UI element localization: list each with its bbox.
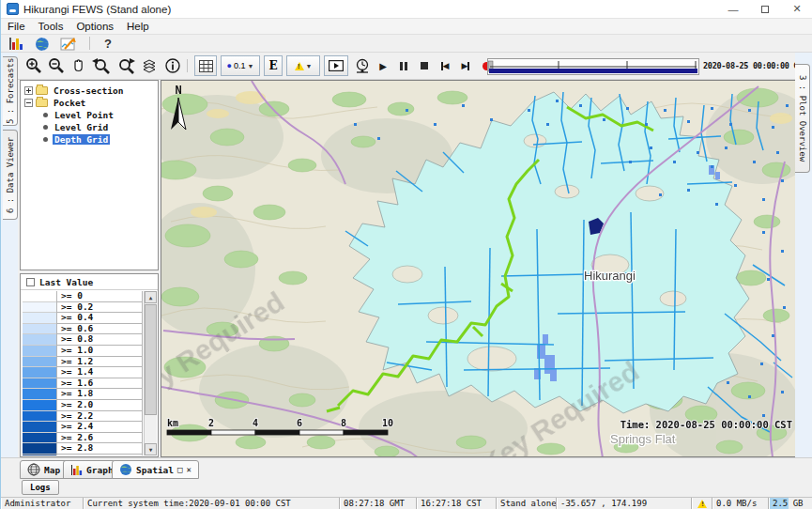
menu-help[interactable]: Help — [120, 20, 156, 33]
legend-color-swatch — [23, 389, 56, 400]
tab-maximize-icon[interactable]: □ — [177, 466, 182, 474]
current-time-label: 2020-08-25 00:00:00 CST — [703, 61, 807, 70]
legend-color-swatch — [23, 302, 56, 314]
legend-row[interactable]: >= 1.0 — [23, 346, 143, 357]
pan-hand-icon[interactable] — [69, 55, 89, 76]
tab-close-icon[interactable]: ✕ — [186, 466, 191, 474]
tab-map[interactable]: Map — [20, 460, 68, 479]
time-slider[interactable] — [487, 58, 699, 75]
chevron-down-icon: ▼ — [248, 63, 254, 69]
logs-button[interactable]: Logs — [22, 480, 59, 495]
menu-tools[interactable]: Tools — [32, 20, 70, 33]
status-memory-usage: 2.5 GB — [769, 498, 812, 509]
node-bullet-icon — [43, 113, 48, 117]
toolbar-separator — [89, 37, 90, 50]
svg-text:8: 8 — [341, 418, 346, 428]
right-tab-strip: 3 : Plot Overview — [795, 53, 812, 457]
grid-toggle-button[interactable] — [194, 55, 217, 76]
data-explorer-icon[interactable] — [7, 36, 25, 52]
selected-tree-label: Depth Grid — [53, 134, 110, 145]
map-time-label: Time: 2020-08-25 00:00:00 CST — [620, 419, 792, 430]
skip-to-start-button[interactable]: ◀ — [437, 57, 453, 74]
legend-color-swatch — [23, 291, 56, 302]
scroll-up-icon[interactable]: ▲ — [145, 291, 157, 303]
legend-row[interactable]: >= 1.4 — [23, 367, 143, 378]
legend-title: Last Value — [39, 277, 93, 287]
legend-row[interactable]: >= 3.0 — [23, 455, 143, 455]
wire-globe-icon — [27, 463, 40, 476]
legend-color-swatch — [23, 411, 56, 423]
scrollbar-thumb[interactable] — [145, 304, 157, 415]
pause-button[interactable] — [395, 57, 412, 74]
zoom-previous-icon[interactable] — [91, 55, 112, 76]
node-bullet-icon — [43, 137, 48, 142]
map-view[interactable]: API Key Required API Key Required Hikura… — [161, 80, 796, 457]
skip-to-end-button[interactable]: ▶ — [457, 57, 474, 74]
status-warning-indicator[interactable] — [692, 498, 712, 509]
globe-icon — [119, 463, 132, 476]
legend-row[interactable]: >= 2.4 — [23, 422, 143, 433]
spatial-display-icon[interactable] — [59, 36, 78, 52]
svg-text:4: 4 — [253, 418, 258, 428]
tree-item-level-point[interactable]: Level Point — [24, 109, 158, 120]
status-system-time: Current system time:2020-09-01 00:00 CST — [84, 498, 340, 509]
maximize-button[interactable] — [749, 0, 781, 18]
logs-row: Logs — [1, 479, 812, 497]
legend-rows: >= 0 >= 0.2 >= 0.4 >= 0.6 >= 0.8 >= 1.0 … — [23, 291, 143, 455]
legend-row[interactable]: >= 2.0 — [23, 400, 143, 411]
legend-scrollbar[interactable]: ▲ ▼ — [144, 291, 157, 455]
class-break-value: 0.1 — [234, 61, 246, 70]
help-icon[interactable]: ? — [99, 36, 117, 52]
warning-threshold-dropdown[interactable]: ▼ — [286, 55, 320, 76]
collapse-icon[interactable] — [24, 99, 33, 107]
scale-bar-segments — [167, 430, 388, 435]
fews-app-icon — [7, 3, 19, 15]
tree-item-pocket[interactable]: Pocket — [24, 97, 158, 108]
legend-color-swatch — [23, 422, 56, 433]
title-bar: Hikurangi FEWS (Stand alone) — ✕ — [1, 0, 812, 19]
tab-plot-overview[interactable]: 3 : Plot Overview — [795, 64, 810, 173]
tree-item-level-grid[interactable]: Level Grid — [24, 121, 158, 132]
expand-icon[interactable] — [24, 86, 33, 95]
place-label-springs-flat: Springs Flat — [610, 432, 676, 446]
tab-spatial[interactable]: Spatial □ ✕ — [112, 460, 199, 479]
svg-text:6: 6 — [297, 418, 302, 428]
zoom-next-icon[interactable] — [115, 55, 136, 76]
last-value-checkbox[interactable] — [26, 278, 35, 286]
legend-row[interactable]: >= 0 — [23, 291, 143, 302]
svg-text:N: N — [175, 84, 181, 97]
warning-icon — [295, 62, 304, 70]
legend-threshold-label: >= 1.0 — [56, 346, 143, 357]
legend-color-swatch — [23, 357, 56, 368]
legend-toggle-button[interactable]: E — [264, 55, 283, 76]
legend-color-swatch — [23, 334, 56, 346]
layers-icon[interactable] — [140, 55, 161, 76]
menu-file[interactable]: File — [1, 20, 32, 33]
chevron-down-icon: ▼ — [306, 63, 313, 69]
svg-text:km: km — [167, 418, 178, 428]
toolbar-separator — [187, 59, 188, 72]
map-globe-icon[interactable] — [33, 36, 52, 52]
main-toolbar: ? — [1, 35, 812, 53]
tab-data-viewer[interactable]: 6 : Data Viewer — [3, 130, 18, 220]
tree-item-cross-section[interactable]: Cross-section — [24, 85, 158, 96]
close-button[interactable]: ✕ — [781, 0, 812, 18]
info-icon[interactable] — [162, 55, 183, 76]
minimize-button[interactable]: — — [717, 0, 749, 18]
map-toolbar: ● 0.1 ▼ E ▼ ▶ ◀ ▶ — [1, 53, 812, 80]
legend-threshold-label: >= 1.4 — [56, 367, 143, 378]
class-break-dropdown[interactable]: ● 0.1 ▼ — [221, 55, 260, 76]
scroll-down-icon[interactable]: ▼ — [145, 443, 157, 455]
tab-forecasts[interactable]: 5 : Forecasts — [3, 56, 18, 126]
animation-button[interactable] — [324, 55, 348, 76]
play-button[interactable]: ▶ — [375, 57, 391, 74]
time-marker-icon[interactable] — [352, 55, 373, 76]
menu-options[interactable]: Options — [69, 20, 120, 33]
stop-button[interactable] — [416, 57, 433, 74]
left-tab-strip: 5 : Forecasts 6 : Data Viewer — [1, 53, 18, 457]
zoom-in-icon[interactable] — [23, 55, 44, 76]
zoom-out-icon[interactable] — [46, 55, 67, 76]
bar-chart-icon — [70, 464, 83, 476]
window-controls: — ✕ — [717, 0, 812, 18]
tree-item-depth-grid[interactable]: Depth Grid — [24, 133, 158, 145]
